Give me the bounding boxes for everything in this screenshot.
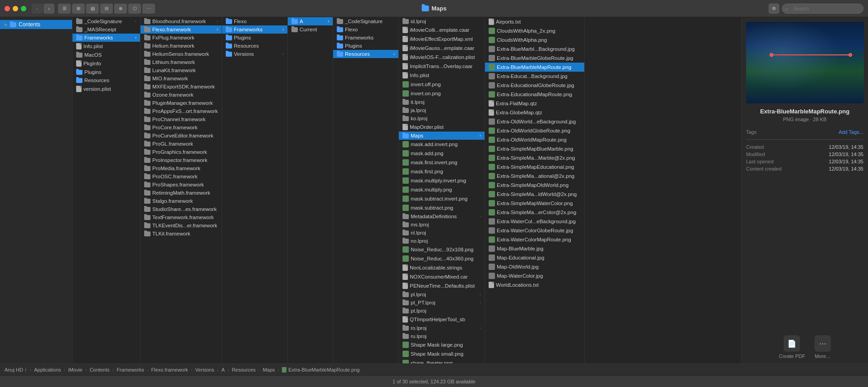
add-tags-link[interactable]: Add Tags...	[839, 129, 863, 135]
col2-flexo[interactable]: Flexo.framework ›	[141, 25, 222, 34]
col7-extrablue-bg[interactable]: Extra-BlueMarbl...Background.jpg	[485, 44, 584, 54]
col1-macos[interactable]: MacOS	[73, 51, 140, 59]
col7-simplemapblue[interactable]: Extra-SimpleMapBlueMarble.png	[485, 144, 584, 153]
col6-shapelarge[interactable]: Shape Mask large.png	[399, 340, 485, 349]
col7-clouds[interactable]: CloudsWithAlpha.png	[485, 35, 584, 44]
col2-pluginmanager[interactable]: PluginManager.framework	[141, 99, 222, 107]
col3-resources[interactable]: Resources	[222, 42, 287, 50]
bc-flexo[interactable]: Flexo.framework	[151, 367, 188, 372]
bc-maps[interactable]: Maps	[263, 367, 275, 372]
more-action[interactable]: ⋯ More...	[815, 335, 831, 359]
col7-extraoldworld-map[interactable]: Extra-OldWorldMapRoute.png	[485, 135, 584, 144]
col2-prographics[interactable]: ProGraphics.framework	[141, 148, 222, 156]
col6-maskmulti[interactable]: mask.multiply.png	[399, 185, 485, 194]
col2-fxplug[interactable]: FxPlug.framework	[141, 34, 222, 42]
col7-extraflatmap[interactable]: Extra-FlatMap.qtz	[485, 99, 584, 108]
back-button[interactable]: ‹	[32, 4, 43, 14]
col2-tlkeventdis[interactable]: TLKEventDis...er.framework	[141, 221, 222, 230]
col6-metadatadefs[interactable]: MetadataDefinitions ›	[399, 212, 485, 220]
col2-mio[interactable]: MIO.framework	[141, 74, 222, 83]
col2-proosc[interactable]: ProOSC.framework	[141, 172, 222, 181]
col5-flexo[interactable]: Flexo	[333, 25, 398, 34]
col2-procore[interactable]: ProCore.framework	[141, 123, 222, 132]
bc-versions[interactable]: Versions	[195, 367, 214, 372]
col6-nl[interactable]: nl.lproj	[399, 229, 485, 237]
col6-maporder[interactable]: MapOrder.plist	[399, 122, 485, 132]
col3-flexo[interactable]: Flexo	[222, 17, 287, 25]
col7-worldlocations[interactable]: WorldLocations.txt	[485, 280, 584, 289]
col6-ru[interactable]: ru.lproj	[399, 332, 485, 340]
col1-resources[interactable]: Resources	[73, 76, 140, 84]
col6-imovgauss[interactable]: iMovieGauss...emplate.caar	[399, 44, 485, 53]
col7-mapwater[interactable]: Map-WaterColor.jpg	[485, 271, 584, 280]
col1-masreceipt[interactable]: _MASReceipt	[73, 25, 140, 34]
col6-maps[interactable]: Maps ›	[399, 132, 485, 140]
col5-plugins[interactable]: Plugins	[333, 42, 398, 50]
col6-masksub[interactable]: mask.subtract.png	[399, 203, 485, 212]
col7-extrablue-globe[interactable]: Extra-BlueMarbleGlobeRoute.jpg	[485, 54, 584, 63]
col7-extrablue-map[interactable]: Extra-BlueMarbleMapRoute.png	[485, 63, 584, 72]
col6-ro[interactable]: ro.lproj ›	[399, 324, 485, 332]
col2-textframework[interactable]: TextFramework.framework	[141, 213, 222, 221]
col7-simplemapwater2x[interactable]: Extra-SimpleMa...erColor@2x.png	[485, 208, 584, 217]
col6-noxconsumer[interactable]: NOXConsumerMixed.car	[399, 272, 485, 281]
col7-simplemaped2x[interactable]: Extra-SimpleMa...ational@2x.png	[485, 171, 584, 181]
col6-maskfirstinv[interactable]: mask.first.invert.png	[399, 158, 485, 167]
col7-mapedu[interactable]: Map-Educational.jpg	[485, 253, 584, 262]
col6-pt[interactable]: pt.lproj	[399, 307, 485, 315]
col7-mapblue[interactable]: Map-BlueMarble.jpg	[485, 244, 584, 253]
col7-clouds2x[interactable]: CloudsWithAlpha_2x.png	[485, 26, 584, 35]
col7-extraedu-map[interactable]: Extra-EducationalMapRoute.png	[485, 90, 584, 99]
col2-heliumsenso[interactable]: HeliumSenso.framework	[141, 50, 222, 58]
bc-applications[interactable]: Applications	[34, 367, 61, 372]
col6-it[interactable]: it.lproj	[399, 98, 485, 106]
col7-watercolbg[interactable]: Extra-WaterCol...eBackground.jpg	[485, 217, 584, 226]
col6-invertoff[interactable]: invert.off.png	[399, 80, 485, 89]
fullscreen-button[interactable]	[21, 6, 26, 11]
col7-extraedu-bg[interactable]: Extra-Educat...Background.jpg	[485, 72, 584, 81]
col2-lunakit[interactable]: LunaKit.framework	[141, 66, 222, 74]
col7-airports[interactable]: Airports.txt	[485, 17, 584, 26]
col2-mxfexportsdk[interactable]: MXFExportSDK.framework	[141, 83, 222, 91]
col2-proshapes[interactable]: ProShapes.framework	[141, 181, 222, 189]
col7-simplemapold[interactable]: Extra-SimpleMapOldWorld.png	[485, 181, 584, 190]
minimize-button[interactable]	[13, 6, 18, 11]
bc-file[interactable]: Extra-BlueMarbleMapRoute.png	[282, 367, 359, 372]
col6-no[interactable]: no.lproj	[399, 237, 485, 245]
col6-pl[interactable]: pl.lproj ›	[399, 290, 485, 299]
col6-noise40[interactable]: Noise_Reduc...40x360.png	[399, 254, 485, 263]
col1-frameworks[interactable]: Frameworks ›	[73, 34, 140, 42]
col2-bloodhound[interactable]: Bloodhound.framework ›	[141, 17, 222, 25]
col6-ptpt[interactable]: pt_PT.lproj ›	[399, 299, 485, 307]
col5-resources[interactable]: Resources ›	[333, 50, 398, 58]
col4-a[interactable]: A ›	[288, 17, 333, 25]
col6-maskadd-inv[interactable]: mask.add.invert.png	[399, 140, 485, 149]
col2-proinspector[interactable]: ProInspector.framework	[141, 156, 222, 164]
col7-extraedu-globe[interactable]: Extra-EducationalGlobeRoute.jpg	[485, 81, 584, 90]
col2-proapps[interactable]: ProAppsFxS...ort.framework	[141, 107, 222, 115]
col6-infoplist[interactable]: Info.plist	[399, 71, 485, 80]
col7-mapold[interactable]: Map-OldWorld.jpg	[485, 262, 584, 271]
col3-plugins[interactable]: Plugins	[222, 34, 287, 42]
col2-prochannel[interactable]: ProChannel.framework	[141, 115, 222, 123]
col2-promedia[interactable]: ProMedia.framework	[141, 164, 222, 172]
view-columns-button[interactable]: ▤	[86, 4, 99, 14]
close-button[interactable]	[5, 6, 10, 11]
bc-imovie[interactable]: iMovie	[68, 367, 82, 372]
col1-pkginfo[interactable]: PkgInfo	[73, 59, 140, 68]
col6-sharetheater[interactable]: share_theater.png	[399, 358, 485, 363]
col6-imoveffect[interactable]: iMovieEffectExportMap.xml	[399, 34, 485, 44]
bc-resources[interactable]: Resources	[232, 367, 256, 372]
col6-noise92[interactable]: Noise_Reduc...92x108.png	[399, 245, 485, 254]
sidebar-item-contents[interactable]: ▶ Contents	[0, 20, 72, 29]
col2-tlkit[interactable]: TLKit.framework	[141, 230, 222, 238]
col6-qtimport[interactable]: QTImportHelperTool_sb	[399, 315, 485, 324]
col6-implicittrans[interactable]: ImplicitTrans...Overlay.caar	[399, 62, 485, 71]
col7-extraglobemap[interactable]: Extra-GlobeMap.qtz	[485, 108, 584, 117]
col2-retimingmath[interactable]: RetimingMath.framework	[141, 189, 222, 197]
col6-imovcoll[interactable]: iMovieColli...emplate.caar	[399, 25, 485, 34]
col2-procurveeditor[interactable]: ProCurveEditor.framework	[141, 132, 222, 140]
col3-frameworks[interactable]: Frameworks ›	[222, 25, 287, 34]
col5-codesig[interactable]: _CodeSignature	[333, 17, 398, 25]
bc-contents[interactable]: Contents	[90, 367, 110, 372]
